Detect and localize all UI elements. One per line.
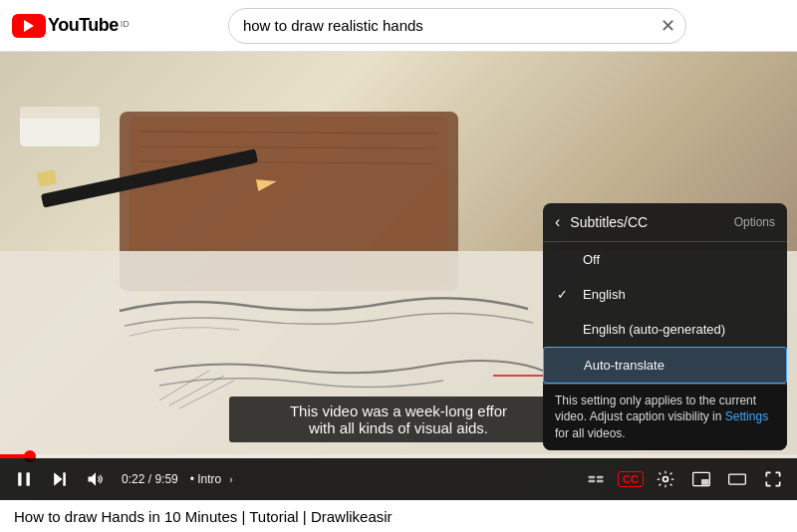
search-bar: ✕: [228, 8, 686, 44]
check-off-icon: [557, 252, 573, 267]
svg-line-3: [141, 146, 436, 148]
video-controls: 0:22 / 9:59 • Intro › CC: [0, 458, 797, 500]
settings-button[interactable]: [652, 465, 679, 493]
svg-rect-17: [589, 476, 596, 479]
tooltip-end: for all videos.: [555, 426, 626, 440]
svg-rect-6: [37, 169, 58, 186]
fullscreen-icon: [763, 469, 783, 489]
svg-rect-24: [729, 474, 746, 484]
check-auto-translate-icon: [558, 358, 574, 373]
svg-rect-13: [27, 472, 30, 485]
subtitle-option-auto-translate[interactable]: Auto-translate: [543, 347, 787, 384]
check-english-auto-icon: [557, 322, 573, 337]
subtitle-option-english-auto[interactable]: English (auto-generated): [543, 312, 787, 347]
miniplayer-button[interactable]: [687, 465, 715, 493]
right-controls: CC: [582, 465, 787, 493]
youtube-superscript: ID: [121, 19, 130, 29]
svg-rect-8: [20, 107, 100, 146]
video-container[interactable]: This video was a week-long effor with al…: [0, 52, 797, 500]
video-caption: This video was a week-long effor with al…: [229, 397, 568, 442]
subtitle-english-label: English: [583, 287, 773, 302]
volume-icon: [86, 469, 106, 489]
subtitle-off-label: Off: [583, 252, 773, 267]
play-pause-button[interactable]: [10, 465, 38, 493]
svg-rect-12: [18, 472, 21, 485]
svg-rect-1: [130, 117, 448, 284]
svg-rect-19: [589, 480, 596, 483]
subtitle-english-auto-label: English (auto-generated): [583, 322, 773, 337]
chapter-chevron-icon[interactable]: ›: [229, 474, 232, 485]
subtitles-panel: ‹ Subtitles/CC Options Off ✓ English Eng…: [543, 203, 787, 450]
next-button[interactable]: [46, 465, 74, 493]
subtitles-toggle[interactable]: [582, 465, 610, 493]
skip-icon: [50, 469, 70, 489]
youtube-wordmark: YouTube: [48, 15, 119, 36]
svg-marker-16: [89, 472, 97, 485]
svg-rect-18: [597, 476, 604, 479]
volume-button[interactable]: [82, 465, 110, 493]
theater-icon: [727, 469, 747, 489]
panel-header: ‹ Subtitles/CC Options: [543, 203, 787, 242]
subtitle-option-off[interactable]: Off: [543, 242, 787, 277]
tooltip-settings-link[interactable]: Settings: [725, 409, 768, 423]
panel-options-button[interactable]: Options: [734, 215, 775, 229]
svg-rect-0: [120, 112, 458, 291]
caption-line2: with all kinds of visual aids.: [309, 419, 488, 436]
check-english-icon: ✓: [557, 287, 573, 302]
theater-button[interactable]: [723, 465, 751, 493]
youtube-logo[interactable]: YouTubeID: [12, 14, 130, 38]
miniplayer-icon: [691, 469, 711, 489]
youtube-logo-icon: [12, 14, 46, 38]
video-title-bar: How to draw Hands in 10 Minutes | Tutori…: [0, 500, 797, 532]
panel-back-button[interactable]: ‹: [555, 213, 564, 231]
settings-icon: [656, 469, 675, 489]
panel-title: Subtitles/CC: [570, 214, 727, 230]
svg-marker-7: [256, 175, 278, 191]
time-display: 0:22 / 9:59: [122, 472, 178, 486]
svg-rect-23: [701, 479, 709, 485]
svg-line-2: [139, 132, 438, 133]
svg-line-4: [139, 161, 433, 163]
subtitle-auto-translate-label: Auto-translate: [584, 358, 772, 373]
svg-rect-9: [20, 107, 100, 119]
svg-point-21: [664, 477, 668, 482]
svg-marker-14: [54, 472, 62, 485]
svg-rect-15: [63, 472, 66, 485]
pause-icon: [14, 469, 34, 489]
search-clear-button[interactable]: ✕: [651, 15, 685, 37]
chapter-label: • Intro: [190, 472, 222, 486]
subtitle-option-english[interactable]: ✓ English: [543, 277, 787, 312]
search-input[interactable]: [229, 17, 651, 34]
svg-rect-20: [597, 480, 604, 483]
captions-button[interactable]: CC: [618, 471, 644, 487]
svg-rect-5: [41, 148, 258, 207]
header: YouTubeID ✕: [0, 0, 797, 52]
subtitles-bars-icon: [586, 469, 606, 489]
tooltip-box: This setting only applies to the current…: [543, 384, 787, 450]
video-title: How to draw Hands in 10 Minutes | Tutori…: [14, 508, 393, 525]
fullscreen-button[interactable]: [759, 465, 787, 493]
caption-line1: This video was a week-long effor: [290, 402, 507, 419]
